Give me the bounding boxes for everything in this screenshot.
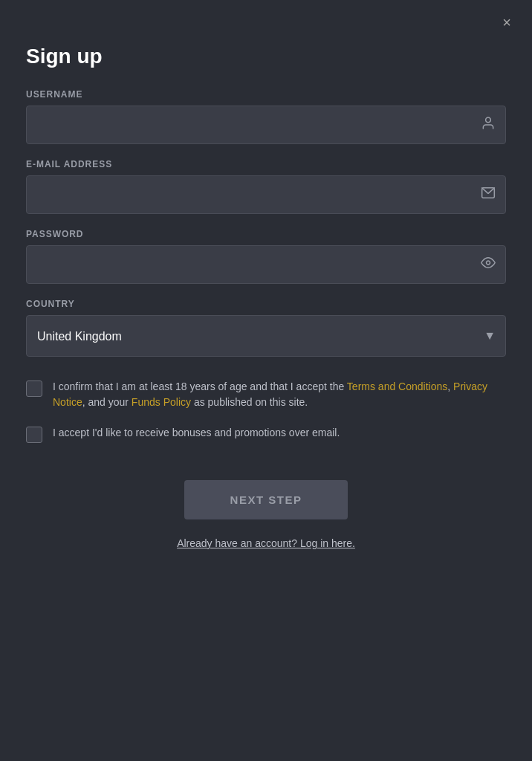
promotions-checkbox[interactable]: [26, 427, 42, 443]
svg-point-2: [487, 261, 490, 265]
close-button[interactable]: ×: [496, 12, 517, 33]
username-field-group: USERNAME: [26, 89, 506, 144]
toggle-password-button[interactable]: [481, 256, 496, 274]
promotions-checkbox-group: I accept I'd like to receive bonuses and…: [26, 425, 506, 443]
username-input[interactable]: [26, 106, 506, 144]
country-field-group: COUNTRY United Kingdom United States Ger…: [26, 299, 506, 357]
country-select-wrapper: United Kingdom United States Germany Fra…: [26, 315, 506, 357]
email-input[interactable]: [26, 175, 506, 214]
promotions-checkbox-label: I accept I'd like to receive bonuses and…: [53, 425, 340, 441]
email-input-wrapper: [26, 175, 506, 214]
checkboxes-section: I confirm that I am at least 18 years of…: [26, 379, 506, 458]
terms-checkbox-group: I confirm that I am at least 18 years of…: [26, 379, 506, 410]
password-label: PASSWORD: [26, 229, 506, 239]
signup-modal: × Sign up USERNAME E-MAIL ADDRESS: [0, 0, 532, 761]
terms-checkbox-label: I confirm that I am at least 18 years of…: [53, 379, 506, 410]
email-field-group: E-MAIL ADDRESS: [26, 159, 506, 214]
username-label: USERNAME: [26, 89, 506, 100]
funds-policy-link[interactable]: Funds Policy: [132, 396, 191, 408]
country-select[interactable]: United Kingdom United States Germany Fra…: [26, 315, 506, 357]
terms-checkbox[interactable]: [26, 380, 42, 397]
password-input-wrapper: [26, 245, 506, 284]
login-link[interactable]: Already have an account? Log in here.: [177, 537, 355, 549]
country-label: COUNTRY: [26, 299, 506, 309]
password-input[interactable]: [26, 245, 506, 284]
password-field-group: PASSWORD: [26, 229, 506, 284]
page-title: Sign up: [26, 45, 506, 68]
next-step-button[interactable]: NEXT STEP: [184, 480, 348, 519]
username-input-wrapper: [26, 106, 506, 144]
login-link-section: Already have an account? Log in here.: [26, 537, 506, 549]
terms-conditions-link[interactable]: Terms and Conditions: [347, 380, 447, 392]
email-label: E-MAIL ADDRESS: [26, 159, 506, 169]
